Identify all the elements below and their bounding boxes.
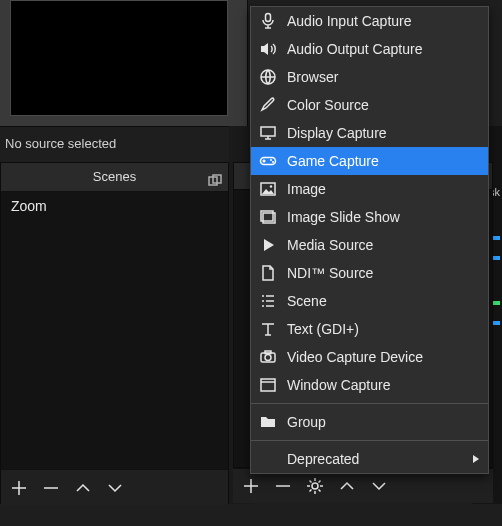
scenes-toolbar [1,469,228,505]
menu-item-image-slide-show[interactable]: Image Slide Show [251,203,488,231]
menu-item-label: Color Source [287,97,369,113]
dock-icon[interactable] [208,170,222,184]
menu-item-label: Window Capture [287,377,391,393]
move-source-up-button[interactable] [335,474,359,498]
text-icon [259,320,277,338]
menu-item-image[interactable]: Image [251,175,488,203]
menu-separator [251,440,488,441]
svg-point-2 [312,483,318,489]
remove-scene-button[interactable] [39,476,63,500]
menu-item-deprecated[interactable]: Deprecated [251,445,488,473]
list-icon [259,292,277,310]
svg-point-10 [270,185,272,187]
preview-viewport[interactable] [10,0,228,116]
menu-item-label: Image [287,181,326,197]
svg-point-7 [270,159,272,161]
menu-item-label: Video Capture Device [287,349,423,365]
menu-item-display-capture[interactable]: Display Capture [251,119,488,147]
menu-item-label: Image Slide Show [287,209,400,225]
remove-source-button[interactable] [271,474,295,498]
plus-icon [10,479,28,497]
menu-separator [251,403,488,404]
menu-item-game-capture[interactable]: Game Capture [251,147,488,175]
submenu-arrow-icon [472,451,480,467]
menu-item-group[interactable]: Group [251,408,488,436]
menu-item-label: NDI™ Source [287,265,373,281]
scenes-panel: Scenes Zoom [0,162,229,504]
menu-item-label: Text (GDI+) [287,321,359,337]
scenes-header-label: Scenes [93,169,136,184]
chevron-up-icon [74,479,92,497]
window-icon [259,376,277,394]
menu-item-scene[interactable]: Scene [251,287,488,315]
blank-icon [259,450,277,468]
minus-icon [42,479,60,497]
add-source-menu: Audio Input Capture Audio Output Capture… [250,6,489,474]
scenes-panel-header[interactable]: Scenes [1,163,228,192]
gamepad-icon [259,152,277,170]
plus-icon [242,477,260,495]
menu-item-window-capture[interactable]: Window Capture [251,371,488,399]
menu-item-color-source[interactable]: Color Source [251,91,488,119]
image-icon [259,180,277,198]
camera-icon [259,348,277,366]
svg-rect-3 [266,14,271,22]
add-scene-button[interactable] [7,476,31,500]
speaker-icon [259,40,277,58]
menu-item-label: Game Capture [287,153,379,169]
move-scene-up-button[interactable] [71,476,95,500]
chevron-up-icon [338,477,356,495]
menu-item-video-capture-device[interactable]: Video Capture Device [251,343,488,371]
menu-item-label: Audio Output Capture [287,41,422,57]
menu-item-label: Display Capture [287,125,387,141]
menu-item-label: Group [287,414,326,430]
move-scene-down-button[interactable] [103,476,127,500]
add-source-button[interactable] [239,474,263,498]
menu-item-label: Media Source [287,237,373,253]
gear-icon [306,477,324,495]
menu-item-ndi-source[interactable]: NDI™ Source [251,259,488,287]
scene-item-label: Zoom [11,198,47,214]
no-source-label: No source selected [5,136,116,151]
folder-icon [259,413,277,431]
list-item[interactable]: Zoom [1,192,228,220]
svg-point-8 [272,161,274,163]
globe-icon [259,68,277,86]
menu-item-label: Audio Input Capture [287,13,412,29]
source-properties-button[interactable] [303,474,327,498]
menu-item-label: Browser [287,69,338,85]
monitor-icon [259,124,277,142]
preview-area [0,0,248,127]
chevron-down-icon [106,479,124,497]
brush-icon [259,96,277,114]
menu-item-audio-output-capture[interactable]: Audio Output Capture [251,35,488,63]
mic-icon [259,12,277,30]
menu-item-label: Scene [287,293,327,309]
svg-rect-16 [261,379,275,391]
minus-icon [274,477,292,495]
menu-item-label: Deprecated [287,451,359,467]
menu-item-audio-input-capture[interactable]: Audio Input Capture [251,7,488,35]
svg-point-14 [265,355,271,361]
chevron-down-icon [370,477,388,495]
menu-item-text-gdi[interactable]: Text (GDI+) [251,315,488,343]
menu-item-browser[interactable]: Browser [251,63,488,91]
svg-rect-5 [261,127,275,136]
document-icon [259,264,277,282]
move-source-down-button[interactable] [367,474,391,498]
play-icon [259,236,277,254]
scenes-list[interactable]: Zoom [1,192,228,469]
menu-item-media-source[interactable]: Media Source [251,231,488,259]
slideshow-icon [259,208,277,226]
